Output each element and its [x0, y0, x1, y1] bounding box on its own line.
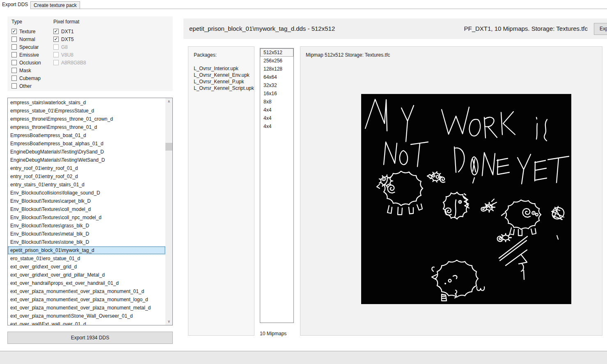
texture-list-item[interactable]: ext_over_grid\ext_over_grid_pillar_Metal…	[8, 271, 165, 279]
texture-list-item[interactable]: ext_over_plaza_monument\Stone_Wall_Overs…	[8, 312, 165, 320]
type-checkbox-column: ✓TextureNormalSpecularEmissiveOcclusionM…	[11, 27, 41, 90]
texture-list-item[interactable]: Env_Blockout\collisions\foliage_sound_D	[8, 189, 165, 197]
checkbox-label[interactable]: Cubemap	[19, 76, 41, 81]
tab-create-texture-pack[interactable]: Create texture pack	[30, 1, 80, 9]
checkbox-checked-icon[interactable]: ✓	[11, 29, 17, 34]
mipmap-list-item[interactable]: 32x32	[260, 81, 293, 89]
texture-list-item[interactable]: Env_Blockout\Textures\stone_blk_D	[8, 238, 165, 246]
tab-strip-divider	[30, 9, 607, 9]
checkbox-label[interactable]: Texture	[19, 29, 35, 34]
type-option-mask[interactable]: Mask	[11, 66, 41, 74]
mipmap-list-item[interactable]: 8x8	[260, 98, 293, 106]
export-dds-window: Export DDSCreate texture pack Type Pixel…	[0, 0, 607, 364]
checkbox-unchecked-icon[interactable]	[11, 52, 17, 57]
checkbox-label[interactable]: Occlusion	[19, 60, 41, 66]
scrollbar-thumb[interactable]	[165, 143, 172, 151]
checkbox-label[interactable]: Normal	[19, 37, 35, 42]
texture-list-item[interactable]: empress_stairs\waterlock_stairs_d	[8, 98, 165, 107]
mipmap-list-item[interactable]: 128x128	[260, 65, 293, 73]
texture-list-item[interactable]: ero_statue_01\ero_statue_01_d	[8, 254, 165, 263]
texture-list-item[interactable]: Env_Blockout\Textures\metal_blk_D	[8, 230, 165, 238]
texture-list-scrollbar[interactable]: ∧ ∨	[165, 98, 172, 325]
texture-list-item[interactable]: ext_over_plaza_monument\ext_over_plaza_m…	[8, 287, 165, 295]
texture-list-item[interactable]: ext_over_wall\Ext_wall_over_01_d	[8, 320, 165, 325]
texture-list-item[interactable]: empress_throne\Empress_throne_01_d	[8, 123, 165, 131]
checkbox-checked-icon[interactable]: ✓	[53, 37, 59, 42]
texture-list-item[interactable]: Env_Blockout\Textures\coll_npc_model_d	[8, 213, 165, 222]
texture-list-item[interactable]: entry_roof_01\entry_roof_01_d	[8, 164, 165, 172]
mipmap-list-item[interactable]: 16x16	[260, 89, 293, 98]
texture-list-item[interactable]: Env_Blockout\Textures\grass_blk_D	[8, 222, 165, 230]
scrollbar-down-icon[interactable]: ∨	[165, 318, 172, 325]
mipmap-list-item[interactable]: 4x4	[260, 106, 293, 114]
tab-bar: Export DDSCreate texture pack	[0, 0, 607, 9]
package-item: L_Ovrsr_Interior.upk	[194, 65, 254, 72]
texture-list-item[interactable]: ext_over_grid\ext_over_grid_d	[8, 263, 165, 271]
checkbox-unchecked-icon	[53, 60, 59, 65]
type-group-label: Type	[11, 19, 22, 25]
mipmap-list-item[interactable]: 64x64	[260, 73, 293, 81]
pixel-format-option-dxt1[interactable]: ✓DXT1	[53, 27, 86, 35]
preview-panel: Mipmap 512x512 Storage: Textures.tfc	[300, 46, 602, 336]
texture-list-item[interactable]: ext_over_plaza_monument\ext_over_plaza_m…	[8, 304, 165, 312]
texture-list-item[interactable]: Env_Blockout\Textures\carpet_blk_D	[8, 197, 165, 205]
texture-list-item[interactable]: EngineDebugMaterials\Testing\DrySand_D	[8, 148, 165, 156]
mipmap-list-item[interactable]: 256x256	[260, 57, 293, 65]
texture-list-item[interactable]: EmpressBoat\empress_boat_alphas_01_d	[8, 140, 165, 148]
export-dds-button[interactable]: Export 1934 DDS	[7, 332, 173, 344]
mipmap-list-item[interactable]: 512x512	[260, 48, 293, 57]
checkbox-unchecked-icon[interactable]	[11, 37, 17, 42]
mipmap-list-item[interactable]: 4x4	[260, 122, 293, 130]
type-option-cubemap[interactable]: Cubemap	[11, 74, 41, 82]
checkbox-unchecked-icon	[53, 44, 59, 50]
type-option-other[interactable]: Other	[11, 82, 41, 90]
checkbox-unchecked-icon[interactable]	[11, 60, 17, 65]
texture-list-item[interactable]: ext_over_handrail\props_ext_over_handrai…	[8, 279, 165, 287]
checkbox-unchecked-icon[interactable]	[11, 83, 17, 89]
texture-list-item[interactable]: EmpressBoat\empress_boat_01_d	[8, 131, 165, 140]
checkbox-label: V8U8	[61, 52, 73, 58]
checkbox-checked-icon[interactable]: ✓	[53, 29, 59, 34]
detail-header: epetit_prison_block_01\mywork_tag_d.dds …	[183, 18, 607, 39]
texture-list-item[interactable]: ext_over_plaza_monument\ext_over_plaza_m…	[8, 295, 165, 304]
texture-list-item[interactable]: empress_throne\Empress_throne_01_crown_d	[8, 115, 165, 123]
export-single-button[interactable]: Exp	[594, 23, 607, 35]
texture-list-item[interactable]: empress_statue_01\EmpressStatue_d	[8, 107, 165, 115]
packages-panel: Packages: L_Ovrsr_Interior.upkL_Ovrsr_Ke…	[188, 46, 254, 336]
type-option-texture[interactable]: ✓Texture	[11, 27, 41, 35]
scrollbar-up-icon[interactable]: ∧	[165, 98, 172, 105]
checkbox-unchecked-icon[interactable]	[11, 68, 17, 73]
pixel-format-option-g8: G8	[53, 43, 86, 51]
checkbox-label[interactable]: DXT1	[61, 29, 74, 34]
tab-export-dds[interactable]: Export DDS	[0, 0, 30, 9]
type-option-occlusion[interactable]: Occlusion	[11, 59, 41, 66]
packages-list: L_Ovrsr_Interior.upkL_Ovrsr_Kennel_Env.u…	[194, 65, 254, 92]
checkbox-label[interactable]: DXT5	[61, 37, 74, 42]
mipmap-count-label: 10 Mipmaps	[260, 331, 286, 337]
pixel-format-option-dxt5[interactable]: ✓DXT5	[53, 35, 86, 43]
selected-texture-title: epetit_prison_block_01\mywork_tag_d.dds …	[189, 18, 335, 39]
type-option-emissive[interactable]: Emissive	[11, 51, 41, 59]
texture-list-rows: empress_stairs\waterlock_stairs_dempress…	[8, 98, 165, 325]
texture-preview-image	[361, 94, 571, 304]
mipmap-list-item[interactable]: 4x4	[260, 114, 293, 122]
texture-list-item[interactable]: entry_stairs_01\entry_stairs_01_d	[8, 181, 165, 189]
texture-format-info: PF_DXT1, 10 Mipmaps. Storage: Textures.t…	[464, 18, 588, 39]
type-option-specular[interactable]: Specular	[11, 43, 41, 51]
texture-list-item[interactable]: entry_roof_01\entry_roof_02_d	[8, 172, 165, 181]
checkbox-unchecked-icon[interactable]	[11, 44, 17, 50]
package-item: L_Ovrsr_Kennel_P.upk	[194, 78, 254, 85]
checkbox-label[interactable]: Emissive	[19, 52, 39, 58]
checkbox-label[interactable]: Specular	[19, 44, 39, 50]
checkbox-unchecked-icon[interactable]	[11, 76, 17, 81]
checkbox-label[interactable]: Other	[19, 83, 32, 89]
texture-list-item[interactable]: Env_Blockout\Textures\coll_model_d	[8, 205, 165, 213]
preview-caption: Mipmap 512x512 Storage: Textures.tfc	[306, 52, 390, 58]
checkbox-label[interactable]: Mask	[19, 68, 31, 73]
texture-list-item[interactable]: epetit_prison_block_01\mywork_tag_d	[8, 246, 165, 254]
mipmap-list[interactable]: 512x512256x256128x12864x6432x3216x168x84…	[260, 48, 294, 323]
texture-list[interactable]: empress_stairs\waterlock_stairs_dempress…	[7, 98, 173, 325]
type-option-normal[interactable]: Normal	[11, 35, 41, 43]
filter-group: Type Pixel format ✓TextureNormalSpecular…	[7, 16, 173, 91]
texture-list-item[interactable]: EngineDebugMaterials\Testing\WetSand_D	[8, 156, 165, 164]
